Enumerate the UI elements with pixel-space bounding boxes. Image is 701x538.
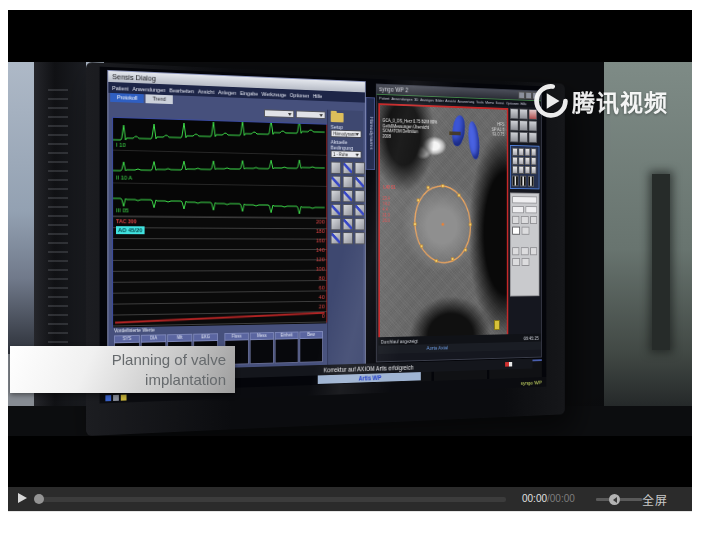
input-field	[512, 196, 537, 203]
thumbnail	[331, 176, 341, 188]
caption-line2: implantation	[112, 370, 226, 390]
thumbnail	[355, 162, 365, 174]
pressure-badge: AO 45/20	[116, 226, 144, 234]
ecg-trace-row: I 10	[113, 118, 326, 156]
dialog-button-active	[512, 227, 520, 235]
table-cell	[299, 339, 323, 363]
menu-item: Auswertung	[458, 99, 475, 104]
thumbnail	[519, 120, 528, 131]
scale-tick: 80	[319, 275, 325, 281]
fullscreen-button[interactable]: 全屏	[642, 491, 668, 508]
progress-knob[interactable]	[34, 494, 44, 504]
overlay-line: SL 0.75	[492, 132, 505, 137]
lut-bars	[512, 175, 537, 186]
thumbnail	[343, 204, 353, 216]
thumbnail	[343, 176, 353, 188]
scale-tick: 160	[316, 238, 325, 244]
menu-item: Sonst.	[496, 100, 505, 105]
thumbnail	[512, 166, 517, 174]
taskbar-label: syngo WP	[521, 379, 542, 385]
thumbnail	[531, 157, 536, 165]
thumbnail	[518, 166, 523, 174]
ecg-lead-label: II 10 A	[116, 175, 132, 181]
dialog-button	[512, 258, 520, 266]
thumbnail	[531, 166, 536, 174]
tab-hemodynamik-vertical: Hämodynamik	[366, 97, 375, 170]
orientation-label: L40 S1	[383, 185, 395, 190]
ecg-waveform-lead2	[113, 151, 326, 186]
sensis-window: Sensis Dialog Patient Anwendungen Bearbe…	[107, 70, 365, 380]
ecg-trace-row: II 10 A	[113, 151, 326, 187]
tab-unselected: Trend	[146, 94, 172, 104]
progress-bar[interactable]	[36, 497, 506, 502]
scale-tick: 140	[316, 247, 325, 253]
setup-value: Hämodynamik	[333, 131, 355, 136]
scale-tick: 20	[319, 304, 325, 310]
menu-item: Anwendungen	[132, 85, 165, 92]
measurement-list: 23.4 74.2 4.4 21.9 26.0	[383, 196, 390, 224]
thumbnail	[355, 218, 365, 230]
caption-line1: Planning of valve	[112, 350, 226, 370]
pressure-baseline	[115, 312, 325, 324]
tencent-video-play-icon	[534, 84, 568, 118]
thumbnail	[355, 190, 365, 202]
time-total: /00:00	[547, 493, 575, 504]
thumbnail	[529, 132, 538, 143]
chevron-down-icon	[356, 133, 359, 136]
ecg-waveform-lead1	[113, 118, 326, 155]
results-table-header: Vordefinierte Werte	[114, 327, 155, 334]
menu-item: Optionen	[506, 101, 519, 106]
menu-item: Memo	[485, 100, 494, 105]
play-button[interactable]	[18, 493, 27, 503]
minimize-icon	[518, 91, 524, 98]
setup-dropdown: Hämodynamik	[331, 130, 362, 138]
view-label: Aorta Axial	[427, 344, 448, 353]
condition-dropdown: 1 - Ruhe	[331, 150, 362, 158]
maximize-icon	[526, 92, 532, 99]
thumbnail	[512, 148, 517, 156]
thumbnail	[331, 190, 341, 202]
menu-item: Anwendungen	[391, 96, 412, 101]
thumbnail	[355, 232, 365, 244]
scale-tick: 40	[319, 294, 325, 300]
thumbnail	[529, 120, 538, 131]
condition-label: Aktuelle Bedingung	[331, 139, 363, 151]
menu-item: Bearbeiten	[169, 87, 194, 94]
pressure-scale-panel: TAC 300 AO 45/20 200 180 160 140 120 100	[113, 216, 326, 327]
annulus-contour-overlay	[380, 105, 507, 337]
thumbnail	[343, 162, 353, 174]
thumbnail	[525, 166, 530, 174]
taskbar-icons	[105, 394, 126, 401]
volume-knob[interactable]	[609, 494, 620, 505]
sensis-title: Sensis Dialog	[112, 72, 156, 83]
scale-tick: 60	[319, 285, 325, 291]
thumbnail	[355, 204, 365, 216]
dicom-overlay-right: HFS SP A1.5 SL 0.75	[492, 122, 505, 137]
app-icon	[113, 394, 119, 400]
ecg-gain-dropdown	[296, 110, 326, 119]
tool-palette	[510, 145, 540, 189]
menu-item: Bilder	[435, 98, 443, 103]
pressure-annotation: TAC 300	[116, 218, 137, 224]
scale-tick: 200	[316, 219, 325, 225]
table-cell	[250, 340, 274, 365]
lut-bar	[520, 176, 526, 187]
video-frame[interactable]: Sensis Dialog Patient Anwendungen Bearbe…	[8, 62, 692, 487]
dialog-button	[530, 216, 537, 224]
video-still-photo: Sensis Dialog Patient Anwendungen Bearbe…	[8, 62, 692, 436]
pressure-scale-labels: 200 180 160 140 120 100 80 60 40 20	[316, 219, 325, 319]
ecg-waveform-panel: I 10 II 10 A III 05 TAC 300	[112, 117, 328, 328]
video-letterbox-top	[8, 10, 692, 62]
thumbnail	[343, 218, 353, 230]
thumbnail	[518, 157, 523, 165]
menu-item: Eingabe	[240, 90, 258, 96]
thumbnail	[519, 132, 528, 143]
thumbnail	[331, 162, 341, 174]
thumbnail	[355, 176, 365, 188]
lut-bar	[528, 176, 534, 187]
lut-bar	[512, 175, 518, 186]
dialog-button	[522, 258, 530, 266]
condition-value: 1 - Ruhe	[333, 152, 348, 157]
thumbnail	[525, 157, 530, 165]
menu-item: Optionen	[290, 92, 310, 98]
